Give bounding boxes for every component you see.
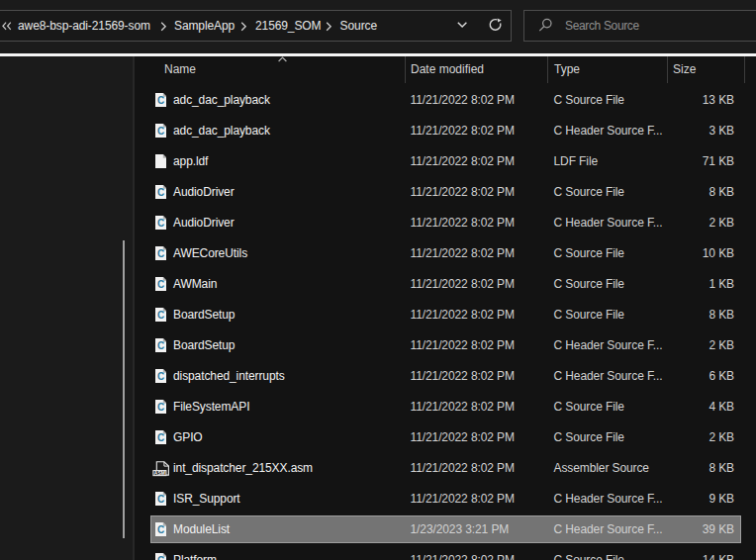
svg-text:ASM: ASM <box>154 470 165 475</box>
svg-text:C: C <box>156 126 163 137</box>
svg-text:C: C <box>156 279 163 290</box>
svg-text:C: C <box>156 371 163 382</box>
svg-text:C: C <box>156 432 163 443</box>
svg-text:C: C <box>156 310 163 321</box>
svg-text:C: C <box>156 340 163 351</box>
svg-text:C: C <box>156 494 163 505</box>
svg-text:C: C <box>156 187 163 198</box>
svg-text:C: C <box>156 248 163 259</box>
svg-text:C: C <box>156 524 163 535</box>
svg-text:C: C <box>156 95 163 106</box>
svg-text:C: C <box>156 555 163 560</box>
svg-text:C: C <box>156 218 163 229</box>
svg-text:C: C <box>156 402 163 413</box>
